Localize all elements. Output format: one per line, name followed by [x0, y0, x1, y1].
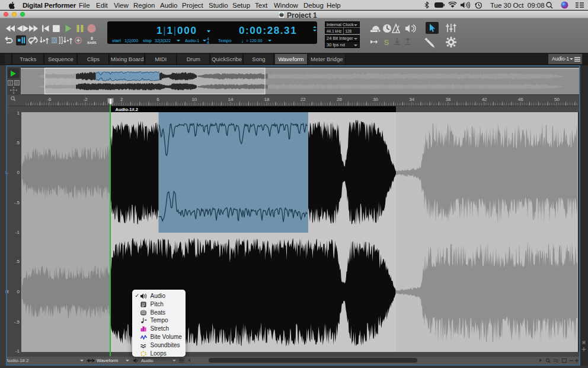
svg-text:2: 2	[120, 97, 123, 102]
svg-text:30: 30	[373, 97, 378, 102]
svg-text:BARS: BARS	[87, 41, 97, 45]
svg-text:42: 42	[482, 97, 487, 102]
svg-text:22: 22	[301, 97, 306, 102]
svg-text:18: 18	[264, 97, 270, 102]
svg-text:38: 38	[445, 97, 450, 102]
svg-text:8: 8	[91, 36, 93, 40]
svg-text:34: 34	[409, 97, 414, 102]
svg-text:-6: -6	[47, 97, 52, 102]
svg-text:S: S	[384, 38, 389, 47]
svg-text:6: 6	[156, 97, 159, 102]
svg-text:10: 10	[191, 97, 197, 102]
svg-text:14: 14	[228, 97, 233, 102]
svg-text:50: 50	[554, 97, 560, 102]
svg-text:46: 46	[518, 97, 523, 102]
svg-text:26: 26	[337, 97, 342, 102]
svg-text:-2: -2	[84, 97, 88, 102]
